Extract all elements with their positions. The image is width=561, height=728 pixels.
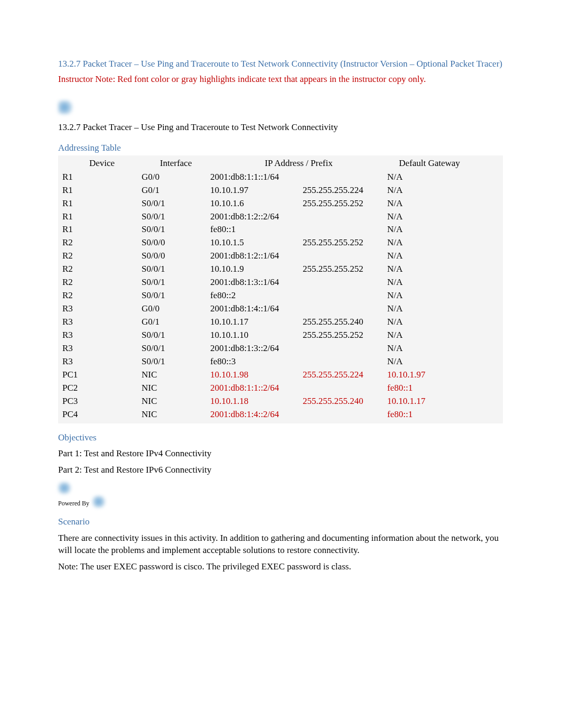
header-ip-prefix: IP Address / Prefix bbox=[210, 156, 387, 171]
cell-gateway: fe80::1 bbox=[387, 408, 472, 421]
cell-mask bbox=[303, 408, 387, 421]
objectives-heading: Objectives bbox=[58, 432, 503, 444]
cell-device: R1 bbox=[60, 171, 142, 184]
blurred-icon bbox=[58, 482, 72, 494]
cell-mask bbox=[303, 276, 387, 289]
cell-mask: 255.255.255.252 bbox=[303, 197, 387, 210]
cell-mask bbox=[303, 289, 387, 302]
cell-device: PC3 bbox=[60, 395, 142, 408]
table-row: R3S0/0/110.10.1.10255.255.255.252N/A bbox=[60, 329, 501, 342]
cell-interface: S0/0/1 bbox=[142, 263, 210, 276]
cell-gateway: N/A bbox=[387, 263, 472, 276]
cell-gateway: N/A bbox=[387, 342, 472, 355]
table-row: PC2NIC2001:db8:1:1::2/64fe80::1 bbox=[60, 382, 501, 395]
cell-ip: fe80::1 bbox=[210, 223, 303, 236]
table-row: R1S0/0/1fe80::1N/A bbox=[60, 223, 501, 236]
cell-ip: 10.10.1.17 bbox=[210, 316, 303, 329]
cell-ip: 10.10.1.97 bbox=[210, 184, 303, 197]
cell-device: R2 bbox=[60, 289, 142, 302]
document-subtitle: 13.2.7 Packet Tracer – Use Ping and Trac… bbox=[58, 122, 503, 134]
cell-interface: G0/1 bbox=[142, 184, 210, 197]
cell-interface: G0/0 bbox=[142, 171, 210, 184]
cell-interface: S0/0/1 bbox=[142, 355, 210, 368]
cell-mask bbox=[303, 342, 387, 355]
cell-interface: G0/1 bbox=[142, 316, 210, 329]
scenario-note: Note: The user EXEC password is cisco. T… bbox=[58, 561, 503, 573]
header-device: Device bbox=[60, 156, 142, 171]
cell-mask: 255.255.255.240 bbox=[303, 395, 387, 408]
cell-device: PC4 bbox=[60, 408, 142, 421]
cell-interface: S0/0/1 bbox=[142, 289, 210, 302]
note-pw1: cisco bbox=[184, 561, 202, 572]
scenario-body: There are connectivity issues in this ac… bbox=[58, 532, 503, 557]
cell-ip: 10.10.1.6 bbox=[210, 197, 303, 210]
cell-interface: S0/0/1 bbox=[142, 210, 210, 224]
cell-gateway: N/A bbox=[387, 197, 472, 210]
cell-ip: 2001:db8:1:3::1/64 bbox=[210, 276, 303, 289]
cell-mask: 255.255.255.224 bbox=[303, 184, 387, 197]
cell-device: R3 bbox=[60, 329, 142, 342]
cell-interface: NIC bbox=[142, 408, 210, 421]
cell-interface: S0/0/0 bbox=[142, 250, 210, 263]
table-row: R1G0/02001:db8:1:1::1/64N/A bbox=[60, 171, 501, 184]
cell-device: R2 bbox=[60, 236, 142, 250]
cell-interface: NIC bbox=[142, 395, 210, 408]
cell-interface: NIC bbox=[142, 368, 210, 382]
table-header-row: Device Interface IP Address / Prefix Def… bbox=[60, 156, 501, 171]
cell-gateway: fe80::1 bbox=[387, 382, 472, 395]
cell-device: R3 bbox=[60, 342, 142, 355]
addressing-table: Device Interface IP Address / Prefix Def… bbox=[58, 155, 503, 423]
cell-mask: 255.255.255.252 bbox=[303, 236, 387, 250]
table-row: R1S0/0/12001:db8:1:2::2/64N/A bbox=[60, 210, 501, 224]
cell-mask bbox=[303, 382, 387, 395]
cell-mask bbox=[303, 355, 387, 368]
cell-device: R1 bbox=[60, 197, 142, 210]
topology-image-placeholder bbox=[58, 100, 503, 114]
cell-device: R1 bbox=[60, 184, 142, 197]
table-row: PC3NIC10.10.1.18255.255.255.24010.10.1.1… bbox=[60, 395, 501, 408]
cell-gateway: N/A bbox=[387, 236, 472, 250]
note-prefix: Note bbox=[58, 561, 76, 572]
cell-gateway: N/A bbox=[387, 276, 472, 289]
cell-gateway: 10.10.1.97 bbox=[387, 368, 472, 382]
cell-gateway: N/A bbox=[387, 289, 472, 302]
note-pw2: class bbox=[331, 561, 349, 572]
table-row: R3S0/0/12001:db8:1:3::2/64N/A bbox=[60, 342, 501, 355]
cell-device: R2 bbox=[60, 276, 142, 289]
cell-gateway: N/A bbox=[387, 329, 472, 342]
cell-ip: 2001:db8:1:1::1/64 bbox=[210, 171, 303, 184]
cell-mask: 255.255.255.240 bbox=[303, 316, 387, 329]
cell-ip: 2001:db8:1:3::2/64 bbox=[210, 342, 303, 355]
cell-ip: 10.10.1.10 bbox=[210, 329, 303, 342]
cell-gateway: N/A bbox=[387, 302, 472, 316]
note-body-2: . The privileged EXEC password is bbox=[202, 561, 332, 572]
objectives-part1: Part 1: Test and Restore IPv4 Connectivi… bbox=[58, 448, 503, 460]
cell-gateway: N/A bbox=[387, 210, 472, 224]
cell-interface: S0/0/1 bbox=[142, 223, 210, 236]
cell-device: R2 bbox=[60, 263, 142, 276]
cell-ip: fe80::3 bbox=[210, 355, 303, 368]
cell-mask bbox=[303, 223, 387, 236]
cell-device: PC1 bbox=[60, 368, 142, 382]
cell-ip: 10.10.1.18 bbox=[210, 395, 303, 408]
cell-interface: S0/0/0 bbox=[142, 236, 210, 250]
table-row: PC1NIC10.10.1.98255.255.255.22410.10.1.9… bbox=[60, 368, 501, 382]
table-row: R3G0/110.10.1.17255.255.255.240N/A bbox=[60, 316, 501, 329]
cell-gateway: N/A bbox=[387, 184, 472, 197]
powered-by-block: Powered By bbox=[58, 482, 503, 508]
cell-interface: NIC bbox=[142, 382, 210, 395]
instructor-note-body: Red font color or gray highlights indica… bbox=[115, 74, 426, 84]
cell-ip: 10.10.1.5 bbox=[210, 236, 303, 250]
objectives-part2: Part 2: Test and Restore IPv6 Connectivi… bbox=[58, 464, 503, 476]
cell-mask: 255.255.255.252 bbox=[303, 329, 387, 342]
table-row: PC4NIC2001:db8:1:4::2/64fe80::1 bbox=[60, 408, 501, 421]
table-row: R3S0/0/1fe80::3N/A bbox=[60, 355, 501, 368]
table-row: R2S0/0/02001:db8:1:2::1/64N/A bbox=[60, 250, 501, 263]
cell-mask bbox=[303, 250, 387, 263]
cell-device: R2 bbox=[60, 250, 142, 263]
cell-ip: 2001:db8:1:1::2/64 bbox=[210, 382, 303, 395]
cell-interface: S0/0/1 bbox=[142, 276, 210, 289]
cell-gateway: N/A bbox=[387, 223, 472, 236]
cell-device: R3 bbox=[60, 316, 142, 329]
blurred-icon bbox=[92, 496, 106, 508]
